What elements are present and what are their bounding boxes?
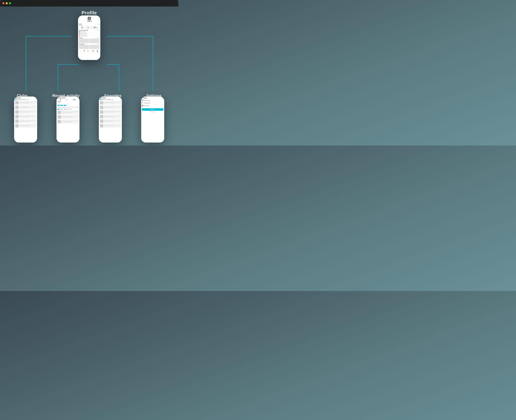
settings-item-account[interactable]: 👤 Account details ›	[142, 99, 163, 102]
clubs-list-item-2[interactable]: ♡	[15, 105, 36, 109]
favs-heart-5[interactable]: ♡	[120, 120, 121, 120]
clubs-text-line-5a	[19, 120, 36, 121]
cal-22[interactable]: 22	[67, 104, 69, 105]
clubs-list-item-4[interactable]: ♡	[15, 114, 36, 119]
favs-heart-6[interactable]: ♡	[120, 124, 121, 125]
clubs-heart-3[interactable]: ♡	[35, 110, 36, 111]
clubs-list-item-1[interactable]: ♥	[15, 101, 36, 105]
clubs-list-item-6[interactable]: ♡	[15, 124, 36, 128]
clubs-list-item-5[interactable]: ♡	[15, 119, 36, 123]
search-bar[interactable]: 🔍 What are you looking for? ⇅	[57, 106, 79, 108]
cal-7b[interactable]: 7	[60, 104, 63, 105]
delete-account-link[interactable]: Delete account	[142, 111, 163, 112]
clubs-thumb-3	[15, 110, 19, 113]
activity-title: Activity	[79, 24, 82, 24]
logout-button[interactable]: LOG OUT	[142, 108, 163, 111]
settings-label-training: Training details	[144, 103, 163, 104]
fav-card-1[interactable]: ♥	[79, 39, 89, 43]
settings-gear-icon[interactable]: ⚙	[162, 98, 163, 99]
favs-heart-2[interactable]: ♡	[120, 106, 121, 107]
maximize-button[interactable]	[9, 2, 11, 4]
settings-back-arrow[interactable]: ‹	[142, 98, 142, 98]
clubs-text-line-2b	[19, 107, 29, 108]
recent-see-all[interactable]: See all	[97, 44, 100, 45]
cal-3b[interactable]: 3	[63, 105, 66, 106]
clubs-tab-more[interactable]: Tra...	[26, 99, 29, 100]
nav-calendar[interactable]: 📆 My Calendar	[91, 50, 95, 52]
clubs-tab-virtual[interactable]: Virtual classes	[21, 99, 26, 100]
favs-heart-3[interactable]: ♡	[120, 110, 121, 111]
favs-tab-all[interactable]: All	[100, 99, 101, 100]
favs-list-item-6[interactable]: ♡	[100, 124, 121, 128]
favs-heart-1[interactable]: ♥	[120, 101, 121, 102]
clubs-back-arrow[interactable]: ‹	[15, 98, 15, 98]
favs-tab-workouts[interactable]: Workouts	[102, 99, 105, 100]
clubs-heart-6[interactable]: ♡	[35, 124, 36, 125]
club-item-fav2[interactable]: ♥ Favourite club name ›	[79, 35, 100, 37]
recent-tab-checkins[interactable]: Check-ins	[59, 109, 63, 110]
recent-stat-chk-val: 3	[66, 99, 68, 100]
recent-heart-1[interactable]: ♥	[78, 111, 78, 112]
favs-thumb-3	[100, 110, 103, 113]
recent-list-item-2[interactable]: ♡	[57, 115, 79, 119]
close-button[interactable]	[2, 2, 4, 4]
recent-list-item-3[interactable]: ♡	[57, 120, 79, 124]
nav-home[interactable]: ⌂ Home	[80, 50, 82, 52]
club-item-fav1[interactable]: ♥ Favourite club name ›	[79, 33, 100, 35]
favs-back-arrow[interactable]: ‹	[100, 98, 100, 98]
recent-list-item-1[interactable]: ♥	[57, 110, 79, 114]
nav-training[interactable]: 💪 Training	[87, 50, 89, 52]
favs-list-item-1[interactable]: ♥	[100, 101, 121, 105]
favs-tab-virtual[interactable]: Virtual classes	[106, 99, 111, 100]
favs-tab-more[interactable]: Tra...	[111, 99, 114, 100]
club-item-home[interactable]: 🏠 Home club name ›	[79, 31, 100, 33]
cal-8[interactable]: 8	[57, 105, 60, 106]
activity-see-all[interactable]: See all	[97, 24, 100, 24]
recent-stat-time: 180 min Total time In-Gym	[73, 99, 77, 101]
gear-icon[interactable]: ⚙	[98, 19, 100, 21]
cal-1[interactable]: 1	[57, 102, 60, 104]
training-icon: 🏋	[142, 102, 143, 104]
home-clubs-see-all[interactable]: See all	[97, 30, 100, 31]
minimize-button[interactable]	[6, 2, 8, 4]
training-arrow: ›	[163, 103, 163, 104]
favs-list-item-2[interactable]: ♡	[100, 105, 121, 109]
nav-book[interactable]: 📅 Book	[84, 50, 85, 52]
filter-button[interactable]: ⇅	[77, 107, 78, 108]
settings-label-app: App settings	[144, 105, 163, 106]
clubs-heart-4[interactable]: ♡	[35, 115, 36, 116]
recent-text-line-1b	[62, 112, 72, 113]
settings-item-training[interactable]: 🏋 Training details ›	[142, 102, 163, 104]
clubs-text-3	[19, 111, 36, 113]
clubs-screen-title: Favourites	[16, 98, 21, 98]
clubs-heart-1[interactable]: ♥	[35, 101, 36, 102]
recent-text-3	[62, 121, 78, 122]
cal-9[interactable]: 9	[60, 105, 63, 106]
recent-tab-all[interactable]: All	[57, 109, 59, 110]
settings-item-app[interactable]: 📱 App settings ›	[142, 104, 163, 107]
recent-heart-2[interactable]: ♡	[77, 115, 78, 116]
favs-text-line-3b	[104, 112, 114, 112]
cal-14[interactable]: 14	[57, 104, 60, 105]
calendar-grid: 1 14 7 W 22	[57, 102, 79, 106]
clubs-text-line-1b	[19, 103, 29, 103]
recent-back-arrow[interactable]: ‹	[57, 98, 58, 98]
favs-list-item-5[interactable]: ♡	[100, 119, 121, 123]
favs-list-item-3[interactable]: ♡	[100, 110, 121, 114]
favs-topbar: ‹ Favourites	[100, 98, 121, 98]
clubs-heart-2[interactable]: ♡	[35, 106, 36, 107]
clubs-tab-workouts[interactable]: Workouts	[17, 99, 21, 100]
clubs-list-item-3[interactable]: ♡	[15, 110, 36, 114]
clubs-tab-all[interactable]: All	[15, 99, 17, 100]
cal-31[interactable]: 31	[67, 105, 69, 106]
favs-heart-4[interactable]: ♡	[120, 115, 121, 116]
recent-tab-book[interactable]: Boo...	[69, 109, 71, 110]
recent-heart-3[interactable]: ♡	[77, 120, 78, 121]
recent-filter-tabs: All Check-ins Virtual classes Boo...	[57, 109, 79, 110]
clubs-heart-5[interactable]: ♡	[35, 120, 36, 120]
recent-tab-virtual[interactable]: Virtual classes	[63, 109, 69, 110]
favorites-see-all[interactable]: See all	[97, 38, 100, 38]
nav-profile[interactable]: 👤 Profile	[97, 50, 98, 52]
fav-card-2[interactable]	[89, 39, 100, 43]
favs-list-item-4[interactable]: ♡	[100, 114, 121, 119]
